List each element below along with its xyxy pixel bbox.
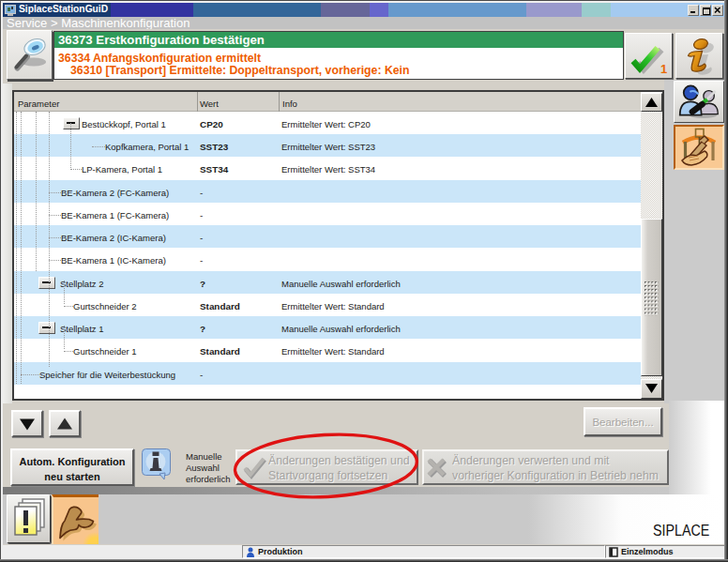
svg-text:1: 1 [660, 62, 667, 76]
